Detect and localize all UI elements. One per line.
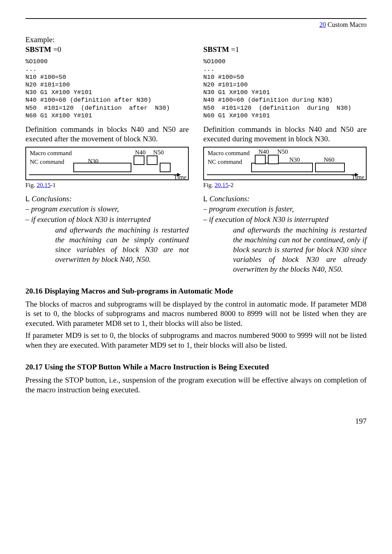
conclusion-item-2-rest: and afterwards the machining is restarte… bbox=[203, 225, 367, 274]
section-20-17-para-1: Pressing the STOP button, i.e., suspensi… bbox=[25, 375, 367, 395]
section-20-16-title: 20.16 Displaying Macros and Sub-programs… bbox=[25, 287, 367, 296]
sbstm-label: SBSTM bbox=[203, 45, 229, 54]
n50-box bbox=[147, 155, 158, 165]
right-column: SBSTM =1 %O1000 ... N10 #100=50 N20 #101… bbox=[203, 35, 367, 274]
header: 20 Custom Macro bbox=[25, 21, 367, 29]
sbstm-heading-left: SBSTM =0 bbox=[25, 45, 189, 54]
code-block-left: %O1000 ... N10 #100=50 N20 #101=100 N30 … bbox=[25, 58, 189, 120]
time-label: Time bbox=[174, 174, 187, 181]
section-20-17-title: 20.17 Using the STOP Button While a Macr… bbox=[25, 363, 367, 372]
n60-box bbox=[160, 163, 171, 172]
timing-diagram-left: Macro command NC command N40 N50 N30 Tim… bbox=[25, 147, 189, 180]
bullet-icon: L bbox=[25, 194, 30, 203]
time-axis bbox=[207, 174, 356, 175]
left-column: Example: SBSTM =0 %O1000 ... N10 #100=50… bbox=[25, 35, 189, 274]
n60-box bbox=[315, 163, 345, 172]
figure-link[interactable]: 20.15 bbox=[215, 182, 228, 189]
conclusion-item-2-line1: – if execution of block N30 is interrupt… bbox=[203, 215, 367, 225]
n40-label: N40 bbox=[258, 148, 269, 155]
fig-suffix: -1 bbox=[50, 182, 56, 189]
n40-label: N40 bbox=[135, 149, 146, 156]
time-label: Time bbox=[352, 174, 364, 181]
page-number: 197 bbox=[25, 417, 367, 426]
section-20-16-para-2: If parameter MD9 is set to 0, the blocks… bbox=[25, 331, 367, 350]
n40-box bbox=[134, 155, 144, 165]
sbstm-value: =0 bbox=[51, 45, 61, 54]
conclusions-heading-text: Conclusions: bbox=[30, 194, 72, 203]
sbstm-value: =1 bbox=[229, 45, 239, 54]
fig-suffix: -2 bbox=[228, 182, 233, 189]
n60-label-area: N60 bbox=[324, 156, 334, 163]
example-label: Example: bbox=[25, 35, 189, 44]
figure-link[interactable]: 20.15 bbox=[37, 182, 50, 189]
nc-command-label: NC command bbox=[208, 158, 242, 166]
n30-label: N30 bbox=[289, 156, 300, 163]
time-axis bbox=[29, 174, 178, 175]
conclusion-item-2-rest: and afterwards the machining is restarte… bbox=[25, 225, 189, 264]
spacer bbox=[203, 35, 367, 44]
conclusion-item-1: – program execution is faster, bbox=[203, 204, 367, 214]
code-block-right: %O1000 ... N10 #100=50 N20 #101=100 N30 … bbox=[203, 58, 367, 120]
chapter-number-link[interactable]: 20 bbox=[319, 21, 326, 28]
conclusions-heading-text: Conclusions: bbox=[208, 194, 250, 203]
n40-box bbox=[255, 155, 266, 164]
bullet-icon: L bbox=[203, 194, 208, 203]
figure-caption-left: Fig. 20.15-1 bbox=[25, 182, 189, 189]
timing-diagram-right: Macro command NC command N40 N50 N30 N60… bbox=[203, 147, 367, 180]
nc-command-label: NC command bbox=[30, 158, 64, 166]
n50-box bbox=[268, 155, 279, 164]
page: 20 Custom Macro Example: SBSTM =0 %O1000… bbox=[0, 0, 392, 448]
figure-caption-right: Fig. 20.15-2 bbox=[203, 182, 367, 189]
sbstm-heading-right: SBSTM =1 bbox=[203, 45, 367, 54]
conclusion-item-2-line1: – if execution of block N30 is interrupt… bbox=[25, 215, 189, 225]
chapter-title: Custom Macro bbox=[326, 21, 367, 28]
definition-paragraph-right: Definition commands in blocks N40 and N5… bbox=[203, 125, 367, 144]
conclusions-right: L Conclusions: – program execution is fa… bbox=[203, 194, 367, 274]
conclusions-heading: L Conclusions: bbox=[25, 194, 189, 204]
n50-label: N50 bbox=[153, 149, 164, 156]
section-20-16-para-1: The blocks of macros and subprograms wil… bbox=[25, 299, 367, 329]
top-rule bbox=[25, 18, 367, 19]
sbstm-label: SBSTM bbox=[25, 45, 51, 54]
conclusions-left: L Conclusions: – program execution is sl… bbox=[25, 194, 189, 264]
macro-command-label: Macro command bbox=[30, 150, 72, 157]
n30-box bbox=[73, 163, 131, 172]
conclusion-item-1: – program execution is slower, bbox=[25, 204, 189, 214]
fig-prefix: Fig. bbox=[203, 182, 215, 189]
definition-paragraph-left: Definition commands in blocks N40 and N5… bbox=[25, 125, 189, 144]
conclusions-heading: L Conclusions: bbox=[203, 194, 367, 204]
n50-label: N50 bbox=[277, 148, 288, 155]
macro-command-label: Macro command bbox=[208, 150, 250, 157]
fig-prefix: Fig. bbox=[25, 182, 37, 189]
two-column-area: Example: SBSTM =0 %O1000 ... N10 #100=50… bbox=[25, 35, 367, 274]
